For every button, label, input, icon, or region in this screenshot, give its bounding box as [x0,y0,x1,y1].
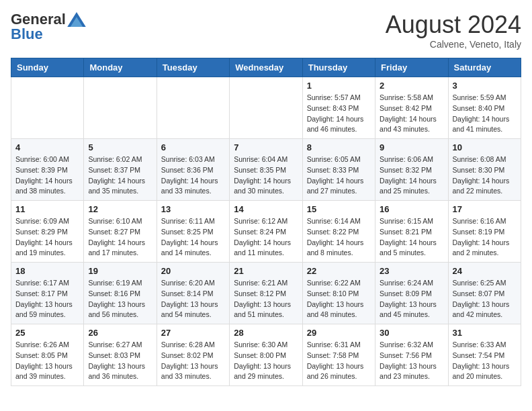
weekday-header-saturday: Saturday [448,58,521,77]
logo-icon [67,12,86,27]
calendar-cell: 15Sunrise: 6:14 AM Sunset: 8:22 PM Dayli… [302,201,375,263]
day-number: 21 [234,266,298,276]
day-info: Sunrise: 6:11 AM Sunset: 8:25 PM Dayligh… [161,216,225,259]
day-number: 24 [453,266,517,276]
weekday-header-tuesday: Tuesday [157,58,229,77]
weekday-header-thursday: Thursday [302,58,375,77]
calendar-cell: 28Sunrise: 6:30 AM Sunset: 8:00 PM Dayli… [230,324,302,386]
day-info: Sunrise: 6:24 AM Sunset: 8:09 PM Dayligh… [380,278,443,320]
day-number: 10 [453,142,517,152]
day-info: Sunrise: 6:09 AM Sunset: 8:29 PM Dayligh… [15,216,79,259]
day-info: Sunrise: 6:16 AM Sunset: 8:19 PM Dayligh… [453,216,517,259]
calendar-cell: 16Sunrise: 6:15 AM Sunset: 8:21 PM Dayli… [375,201,448,263]
calendar-table: SundayMondayTuesdayWednesdayThursdayFrid… [11,58,521,386]
day-info: Sunrise: 6:31 AM Sunset: 7:58 PM Dayligh… [307,340,371,382]
calendar-cell: 20Sunrise: 6:20 AM Sunset: 8:14 PM Dayli… [157,263,229,324]
day-number: 13 [161,204,225,214]
logo-blue-text: Blue [11,26,43,43]
calendar-cell: 24Sunrise: 6:25 AM Sunset: 8:07 PM Dayli… [448,263,521,324]
day-info: Sunrise: 6:17 AM Sunset: 8:17 PM Dayligh… [15,278,79,320]
day-info: Sunrise: 6:08 AM Sunset: 8:30 PM Dayligh… [453,154,517,197]
day-number: 5 [88,142,152,152]
day-info: Sunrise: 6:26 AM Sunset: 8:05 PM Dayligh… [15,340,79,382]
day-info: Sunrise: 6:02 AM Sunset: 8:37 PM Dayligh… [88,154,152,197]
day-number: 30 [380,328,443,338]
day-number: 3 [453,81,517,91]
calendar-cell: 11Sunrise: 6:09 AM Sunset: 8:29 PM Dayli… [11,201,84,263]
day-number: 9 [380,142,443,152]
calendar-cell: 9Sunrise: 6:06 AM Sunset: 8:32 PM Daylig… [375,139,448,201]
day-info: Sunrise: 5:57 AM Sunset: 8:43 PM Dayligh… [307,93,371,135]
day-info: Sunrise: 5:58 AM Sunset: 8:42 PM Dayligh… [380,93,443,135]
day-number: 19 [88,266,152,276]
day-info: Sunrise: 6:06 AM Sunset: 8:32 PM Dayligh… [380,154,443,197]
day-info: Sunrise: 6:05 AM Sunset: 8:33 PM Dayligh… [307,154,371,197]
day-number: 15 [307,204,371,214]
day-number: 29 [307,328,371,338]
day-info: Sunrise: 6:12 AM Sunset: 8:24 PM Dayligh… [234,216,298,259]
day-info: Sunrise: 6:03 AM Sunset: 8:36 PM Dayligh… [161,154,225,197]
calendar-cell: 13Sunrise: 6:11 AM Sunset: 8:25 PM Dayli… [157,201,229,263]
day-info: Sunrise: 6:25 AM Sunset: 8:07 PM Dayligh… [453,278,517,320]
calendar-cell: 21Sunrise: 6:21 AM Sunset: 8:12 PM Dayli… [230,263,302,324]
day-info: Sunrise: 6:27 AM Sunset: 8:03 PM Dayligh… [88,340,152,382]
day-number: 23 [380,266,443,276]
calendar-cell: 30Sunrise: 6:32 AM Sunset: 7:56 PM Dayli… [375,324,448,386]
day-info: Sunrise: 6:28 AM Sunset: 8:02 PM Dayligh… [161,340,225,382]
day-info: Sunrise: 6:00 AM Sunset: 8:39 PM Dayligh… [15,154,79,197]
calendar-cell: 8Sunrise: 6:05 AM Sunset: 8:33 PM Daylig… [302,139,375,201]
calendar-cell: 29Sunrise: 6:31 AM Sunset: 7:58 PM Dayli… [302,324,375,386]
month-year-title: August 2024 [386,11,521,39]
day-number: 27 [161,328,225,338]
calendar-week-row: 1Sunrise: 5:57 AM Sunset: 8:43 PM Daylig… [11,77,521,139]
day-number: 18 [15,266,79,276]
calendar-cell [84,77,157,139]
weekday-header-monday: Monday [84,58,157,77]
calendar-cell [157,77,229,139]
day-info: Sunrise: 6:10 AM Sunset: 8:27 PM Dayligh… [88,216,152,259]
day-info: Sunrise: 6:30 AM Sunset: 8:00 PM Dayligh… [234,340,298,382]
logo: General Blue [11,11,86,43]
weekday-header-sunday: Sunday [11,58,84,77]
day-number: 31 [453,328,517,338]
calendar-cell [11,77,84,139]
day-info: Sunrise: 6:19 AM Sunset: 8:16 PM Dayligh… [88,278,152,320]
day-number: 6 [161,142,225,152]
calendar-cell: 17Sunrise: 6:16 AM Sunset: 8:19 PM Dayli… [448,201,521,263]
calendar-cell: 1Sunrise: 5:57 AM Sunset: 8:43 PM Daylig… [302,77,375,139]
calendar-header-row: SundayMondayTuesdayWednesdayThursdayFrid… [11,58,521,77]
calendar-cell: 25Sunrise: 6:26 AM Sunset: 8:05 PM Dayli… [11,324,84,386]
day-number: 20 [161,266,225,276]
page-header: General Blue August 2024 Calvene, Veneto… [11,11,521,50]
calendar-week-row: 18Sunrise: 6:17 AM Sunset: 8:17 PM Dayli… [11,263,521,324]
day-info: Sunrise: 6:32 AM Sunset: 7:56 PM Dayligh… [380,340,443,382]
calendar-cell: 14Sunrise: 6:12 AM Sunset: 8:24 PM Dayli… [230,201,302,263]
calendar-cell: 18Sunrise: 6:17 AM Sunset: 8:17 PM Dayli… [11,263,84,324]
day-number: 1 [307,81,371,91]
calendar-cell: 31Sunrise: 6:33 AM Sunset: 7:54 PM Dayli… [448,324,521,386]
day-number: 8 [307,142,371,152]
calendar-week-row: 4Sunrise: 6:00 AM Sunset: 8:39 PM Daylig… [11,139,521,201]
day-number: 11 [15,204,79,214]
calendar-cell: 5Sunrise: 6:02 AM Sunset: 8:37 PM Daylig… [84,139,157,201]
calendar-cell: 4Sunrise: 6:00 AM Sunset: 8:39 PM Daylig… [11,139,84,201]
calendar-cell: 3Sunrise: 5:59 AM Sunset: 8:40 PM Daylig… [448,77,521,139]
day-number: 26 [88,328,152,338]
calendar-cell: 19Sunrise: 6:19 AM Sunset: 8:16 PM Dayli… [84,263,157,324]
calendar-week-row: 11Sunrise: 6:09 AM Sunset: 8:29 PM Dayli… [11,201,521,263]
day-number: 17 [453,204,517,214]
day-info: Sunrise: 6:04 AM Sunset: 8:35 PM Dayligh… [234,154,298,197]
day-info: Sunrise: 6:21 AM Sunset: 8:12 PM Dayligh… [234,278,298,320]
calendar-cell: 27Sunrise: 6:28 AM Sunset: 8:02 PM Dayli… [157,324,229,386]
weekday-header-friday: Friday [375,58,448,77]
day-number: 25 [15,328,79,338]
day-info: Sunrise: 6:15 AM Sunset: 8:21 PM Dayligh… [380,216,443,259]
calendar-cell: 23Sunrise: 6:24 AM Sunset: 8:09 PM Dayli… [375,263,448,324]
day-number: 16 [380,204,443,214]
weekday-header-wednesday: Wednesday [230,58,302,77]
calendar-cell [230,77,302,139]
calendar-cell: 7Sunrise: 6:04 AM Sunset: 8:35 PM Daylig… [230,139,302,201]
day-info: Sunrise: 5:59 AM Sunset: 8:40 PM Dayligh… [453,93,517,135]
calendar-cell: 2Sunrise: 5:58 AM Sunset: 8:42 PM Daylig… [375,77,448,139]
day-info: Sunrise: 6:33 AM Sunset: 7:54 PM Dayligh… [453,340,517,382]
